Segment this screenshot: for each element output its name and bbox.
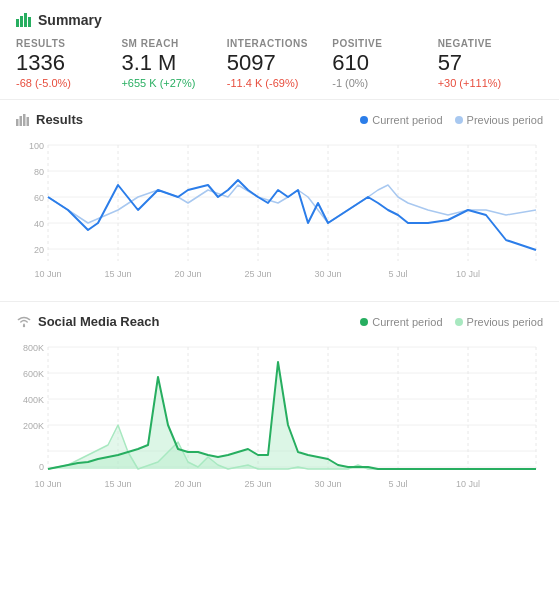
svg-rect-1 — [20, 16, 23, 27]
social-chart-legend: Current period Previous period — [360, 316, 543, 328]
svg-rect-5 — [20, 116, 23, 126]
metric-item-3: POSITIVE610-1 (0%) — [332, 38, 437, 89]
results-chart-svg: 100 80 60 40 20 10 Jun 15 Jun 20 Jun 25 … — [16, 135, 543, 290]
metric-value-4: 57 — [438, 51, 543, 75]
svg-point-33 — [23, 324, 25, 326]
results-previous-dot — [455, 116, 463, 124]
svg-text:200K: 200K — [23, 421, 44, 431]
metric-change-2: -11.4 K (-69%) — [227, 77, 332, 89]
svg-text:0: 0 — [39, 462, 44, 472]
svg-text:400K: 400K — [23, 395, 44, 405]
social-current-legend: Current period — [360, 316, 442, 328]
svg-text:15 Jun: 15 Jun — [104, 479, 131, 489]
metric-item-1: SM REACH3.1 M+655 K (+27%) — [121, 38, 226, 89]
social-previous-dot — [455, 318, 463, 326]
summary-title: Summary — [16, 12, 543, 28]
results-chart-header: Results Current period Previous period — [16, 112, 543, 127]
social-previous-legend: Previous period — [455, 316, 543, 328]
metrics-row: RESULTS1336-68 (-5.0%)SM REACH3.1 M+655 … — [16, 38, 543, 89]
bar-chart-icon — [16, 13, 32, 27]
results-previous-legend: Previous period — [455, 114, 543, 126]
svg-text:30 Jun: 30 Jun — [314, 269, 341, 279]
results-chart-legend: Current period Previous period — [360, 114, 543, 126]
social-chart-header: Social Media Reach Current period Previo… — [16, 314, 543, 329]
social-chart-svg: 800K 600K 400K 200K 0 10 Jun 15 Jun 20 J… — [16, 337, 543, 512]
svg-text:100: 100 — [29, 141, 44, 151]
social-chart-section: Social Media Reach Current period Previo… — [0, 302, 559, 523]
metric-item-0: RESULTS1336-68 (-5.0%) — [16, 38, 121, 89]
svg-text:30 Jun: 30 Jun — [314, 479, 341, 489]
svg-rect-3 — [28, 17, 31, 27]
svg-rect-2 — [24, 13, 27, 27]
svg-text:600K: 600K — [23, 369, 44, 379]
metric-change-4: +30 (+111%) — [438, 77, 543, 89]
svg-rect-7 — [27, 117, 30, 126]
metric-label-1: SM REACH — [121, 38, 226, 49]
wifi-icon — [16, 316, 32, 328]
svg-text:20: 20 — [34, 245, 44, 255]
metric-label-4: NEGATIVE — [438, 38, 543, 49]
svg-text:10 Jul: 10 Jul — [456, 479, 480, 489]
svg-text:5 Jul: 5 Jul — [388, 479, 407, 489]
metric-value-1: 3.1 M — [121, 51, 226, 75]
results-current-legend: Current period — [360, 114, 442, 126]
svg-rect-0 — [16, 19, 19, 27]
metric-item-4: NEGATIVE57+30 (+111%) — [438, 38, 543, 89]
svg-rect-6 — [23, 114, 26, 126]
svg-text:25 Jun: 25 Jun — [244, 269, 271, 279]
bar-chart-small-icon — [16, 114, 30, 126]
svg-text:40: 40 — [34, 219, 44, 229]
svg-text:25 Jun: 25 Jun — [244, 479, 271, 489]
metric-value-0: 1336 — [16, 51, 121, 75]
metric-change-1: +655 K (+27%) — [121, 77, 226, 89]
results-current-dot — [360, 116, 368, 124]
svg-text:15 Jun: 15 Jun — [104, 269, 131, 279]
metric-label-0: RESULTS — [16, 38, 121, 49]
metric-item-2: INTERACTIONS5097-11.4 K (-69%) — [227, 38, 332, 89]
metric-change-0: -68 (-5.0%) — [16, 77, 121, 89]
social-current-dot — [360, 318, 368, 326]
svg-text:60: 60 — [34, 193, 44, 203]
metric-change-3: -1 (0%) — [332, 77, 437, 89]
metric-value-2: 5097 — [227, 51, 332, 75]
metric-label-2: INTERACTIONS — [227, 38, 332, 49]
results-chart-section: Results Current period Previous period 1… — [0, 100, 559, 302]
social-chart-title: Social Media Reach — [16, 314, 159, 329]
svg-text:20 Jun: 20 Jun — [174, 269, 201, 279]
summary-section: Summary RESULTS1336-68 (-5.0%)SM REACH3.… — [0, 0, 559, 100]
metric-value-3: 610 — [332, 51, 437, 75]
metric-label-3: POSITIVE — [332, 38, 437, 49]
svg-text:800K: 800K — [23, 343, 44, 353]
svg-text:10 Jul: 10 Jul — [456, 269, 480, 279]
svg-text:10 Jun: 10 Jun — [34, 269, 61, 279]
svg-text:5 Jul: 5 Jul — [388, 269, 407, 279]
svg-text:20 Jun: 20 Jun — [174, 479, 201, 489]
svg-text:80: 80 — [34, 167, 44, 177]
svg-rect-4 — [16, 119, 19, 126]
results-chart-title: Results — [16, 112, 83, 127]
svg-text:10 Jun: 10 Jun — [34, 479, 61, 489]
